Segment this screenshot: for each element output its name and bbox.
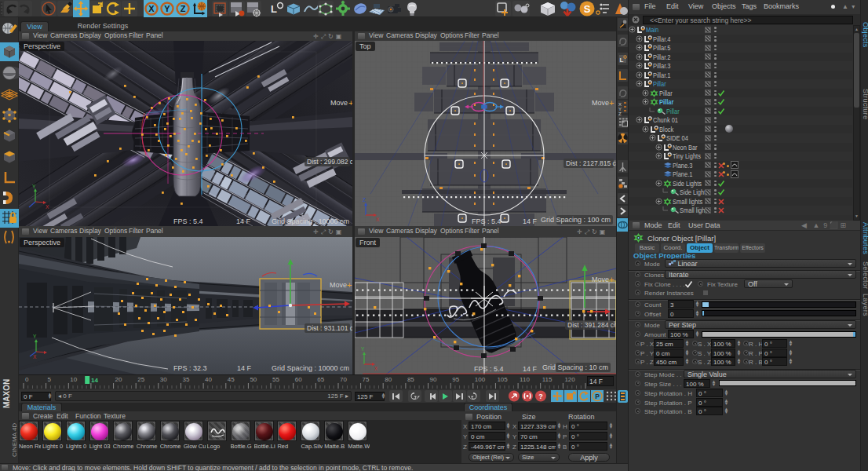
svg-text:Move: Move [330, 99, 348, 107]
svg-text:25: 25 [137, 376, 144, 383]
svg-text:+: + [609, 275, 614, 284]
svg-text:X: X [376, 217, 380, 222]
svg-text:10: 10 [70, 376, 77, 383]
svg-text:Dist : 299.082 cm: Dist : 299.082 cm [307, 158, 352, 166]
svg-text:Move: Move [592, 99, 609, 107]
svg-text:Z: Z [618, 111, 622, 116]
svg-text:80: 80 [385, 376, 392, 383]
svg-text:Dist : 931.101 cm: Dist : 931.101 cm [307, 324, 352, 332]
svg-text:L: L [271, 3, 277, 15]
svg-text:20: 20 [115, 376, 122, 383]
svg-text:P: P [595, 392, 600, 400]
svg-text:+: + [347, 280, 352, 290]
svg-text:40: 40 [205, 376, 212, 383]
svg-text:14 F: 14 F [523, 365, 538, 373]
svg-text:Y: Y [164, 4, 170, 13]
svg-text:14 F: 14 F [523, 217, 538, 225]
svg-text:115: 115 [542, 376, 553, 383]
svg-text:Grid Spacing : 100 cm: Grid Spacing : 100 cm [541, 216, 611, 224]
svg-text:85: 85 [407, 376, 414, 383]
svg-text:Y: Y [32, 184, 36, 189]
svg-text:35: 35 [183, 376, 190, 383]
svg-text:100: 100 [475, 376, 486, 383]
svg-text:X: X [46, 204, 49, 210]
svg-text:Dist : 391.284 cm: Dist : 391.284 cm [567, 321, 616, 329]
svg-text:X: X [148, 4, 155, 13]
svg-text:Move: Move [330, 281, 347, 289]
svg-text:65: 65 [317, 376, 324, 383]
svg-text:Y: Y [33, 334, 37, 339]
svg-text:CINEMA 4D: CINEMA 4D [11, 423, 18, 457]
svg-text:14 F: 14 F [237, 364, 252, 372]
svg-text:FPS : 32.3: FPS : 32.3 [173, 364, 207, 372]
svg-text:+: + [609, 98, 614, 108]
svg-text:Grid Spacing : 10000 cm: Grid Spacing : 10000 cm [272, 364, 349, 372]
svg-text:60: 60 [295, 376, 302, 383]
svg-text:0: 0 [25, 376, 29, 383]
svg-text:14: 14 [91, 377, 98, 384]
svg-text:X: X [33, 354, 37, 360]
svg-text:S: S [584, 3, 591, 15]
svg-text:45: 45 [228, 376, 235, 383]
svg-text:Y: Y [361, 346, 365, 352]
svg-text:Move: Move [592, 276, 609, 283]
svg-text:FPS : 5.4: FPS : 5.4 [474, 365, 504, 373]
svg-text:55: 55 [272, 376, 279, 383]
svg-text:5: 5 [48, 376, 52, 383]
svg-text:X: X [374, 366, 378, 371]
svg-text:MAXON: MAXON [2, 379, 11, 408]
svg-text:Z: Z [363, 197, 366, 203]
svg-text:14 F: 14 F [236, 217, 251, 225]
svg-text:30: 30 [160, 376, 167, 383]
svg-text:?: ? [538, 392, 543, 400]
svg-text:110: 110 [520, 376, 530, 383]
svg-text:Grid Spacing : 10 cm: Grid Spacing : 10 cm [542, 363, 608, 371]
svg-text:90: 90 [430, 376, 437, 383]
svg-text:50: 50 [250, 376, 257, 383]
svg-text:120: 120 [564, 376, 575, 383]
svg-text:Dist : 2127.815 cm: Dist : 2127.815 cm [566, 159, 616, 167]
svg-text:FPS : 5.4: FPS : 5.4 [472, 217, 501, 225]
svg-text:95: 95 [452, 376, 459, 383]
svg-text:75: 75 [363, 376, 370, 383]
svg-text:L: L [619, 57, 623, 64]
svg-text:FPS : 5.4: FPS : 5.4 [173, 217, 203, 225]
svg-text:70: 70 [340, 376, 347, 383]
svg-text:105: 105 [497, 376, 508, 383]
svg-text:Grid Spacing : 10000 cm: Grid Spacing : 10000 cm [272, 217, 349, 225]
svg-text:Z: Z [181, 4, 186, 13]
